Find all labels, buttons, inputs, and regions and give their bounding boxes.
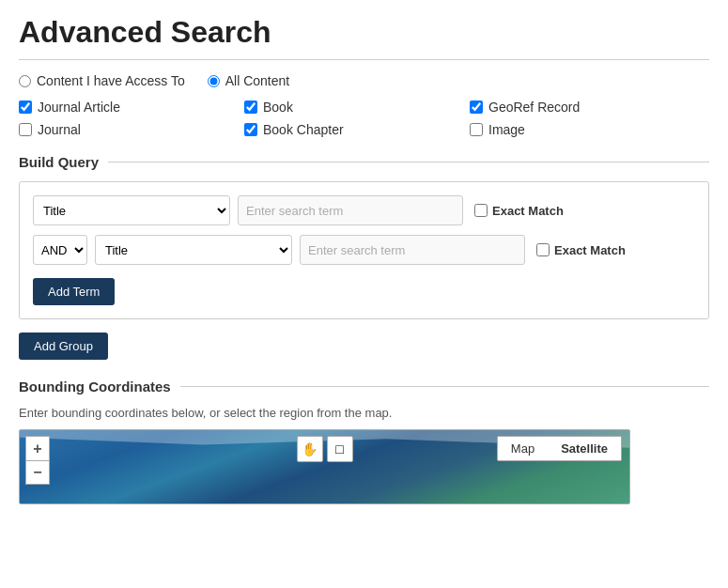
add-term-button[interactable]: Add Term [33,278,115,305]
build-query-box: Title Author Abstract Full Text Keywords… [19,181,709,319]
search-input-1[interactable] [238,195,463,225]
checkbox-book-chapter-label: Book Chapter [263,122,344,137]
search-input-2[interactable] [300,235,525,265]
checkbox-book[interactable]: Book [244,100,470,115]
checkbox-georef-record-label: GeoRef Record [488,100,580,115]
map-zoom-out-button[interactable]: − [25,460,50,485]
checkbox-journal[interactable]: Journal [19,122,244,137]
radio-all[interactable]: All Content [208,73,289,88]
build-query-title: Build Query [19,154,709,170]
query-row-2: AND OR NOT Title Author Abstract Full Te… [33,235,695,265]
checkbox-journal-label: Journal [38,122,81,137]
checkbox-book-label: Book [263,100,293,115]
content-filter-radios: Content I have Access To All Content [19,73,709,88]
checkbox-journal-article-label: Journal Article [38,100,120,115]
bounding-coordinates-title: Bounding Coordinates [19,379,709,395]
map-zoom-controls: + − [25,436,50,485]
exact-match-label-1: Exact Match [492,204,564,218]
map-zoom-in-button[interactable]: + [25,436,50,460]
checkbox-image-label: Image [488,122,525,137]
radio-access-label: Content I have Access To [37,73,185,88]
map-tool-buttons: ✋ □ [297,436,353,462]
map-rect-icon-button[interactable]: □ [327,436,353,462]
exact-match-label-2: Exact Match [554,243,626,257]
map-btn[interactable]: Map [498,437,548,460]
page-title: Advanced Search [19,15,709,50]
checkbox-journal-article[interactable]: Journal Article [19,100,244,115]
exact-match-checkbox-1[interactable] [474,204,488,217]
checkbox-georef-record[interactable]: GeoRef Record [470,100,714,115]
radio-all-label: All Content [225,73,289,88]
radio-access[interactable]: Content I have Access To [19,73,185,88]
query-row-1: Title Author Abstract Full Text Keywords… [33,195,695,225]
bounding-description: Enter bounding coordinates below, or sel… [19,406,709,420]
map-container: + − ✋ □ Map Satellite [19,429,630,504]
add-group-button[interactable]: Add Group [19,333,108,360]
exact-match-2[interactable]: Exact Match [536,243,626,257]
bool-select[interactable]: AND OR NOT [33,235,87,265]
field-select-2[interactable]: Title Author Abstract Full Text Keywords… [95,235,292,265]
checkbox-image[interactable]: Image [470,122,714,137]
exact-match-1[interactable]: Exact Match [474,204,564,218]
content-type-checkboxes: Journal Article Book GeoRef Record Journ… [19,100,709,137]
map-type-toggle: Map Satellite [497,436,622,461]
exact-match-checkbox-2[interactable] [536,243,550,256]
field-select-1[interactable]: Title Author Abstract Full Text Keywords… [33,195,230,225]
checkbox-book-chapter[interactable]: Book Chapter [244,122,470,137]
map-hand-icon-button[interactable]: ✋ [297,436,323,462]
satellite-btn[interactable]: Satellite [548,437,621,460]
